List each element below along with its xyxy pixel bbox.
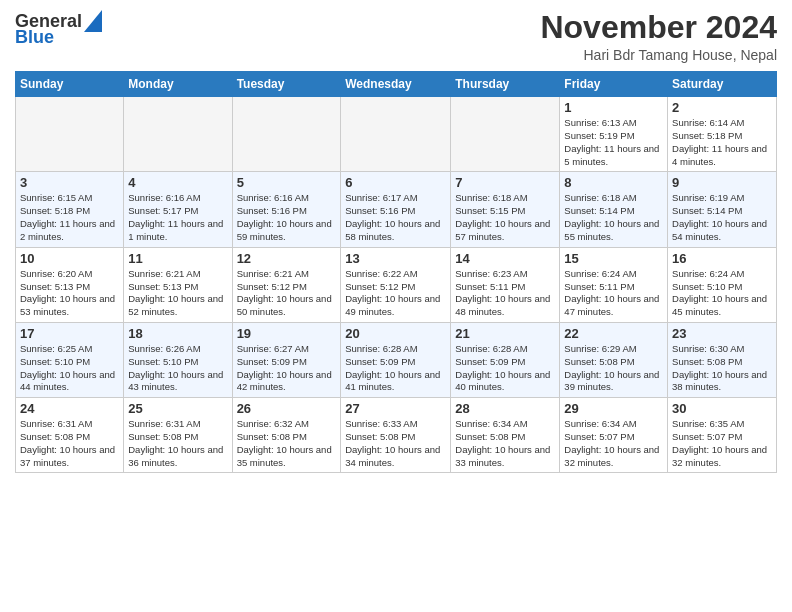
day-number: 13: [345, 251, 446, 266]
weekday-header-wednesday: Wednesday: [341, 72, 451, 97]
calendar-table: SundayMondayTuesdayWednesdayThursdayFrid…: [15, 71, 777, 473]
calendar-cell: [124, 97, 232, 172]
day-number: 21: [455, 326, 555, 341]
calendar-cell: 3Sunrise: 6:15 AMSunset: 5:18 PMDaylight…: [16, 172, 124, 247]
day-number: 1: [564, 100, 663, 115]
location-subtitle: Hari Bdr Tamang House, Nepal: [540, 47, 777, 63]
day-number: 28: [455, 401, 555, 416]
calendar-cell: 23Sunrise: 6:30 AMSunset: 5:08 PMDayligh…: [668, 322, 777, 397]
logo-triangle-icon: [84, 10, 102, 32]
day-info: Sunrise: 6:33 AMSunset: 5:08 PMDaylight:…: [345, 418, 446, 469]
day-info: Sunrise: 6:22 AMSunset: 5:12 PMDaylight:…: [345, 268, 446, 319]
day-info: Sunrise: 6:24 AMSunset: 5:10 PMDaylight:…: [672, 268, 772, 319]
day-info: Sunrise: 6:16 AMSunset: 5:16 PMDaylight:…: [237, 192, 337, 243]
day-info: Sunrise: 6:14 AMSunset: 5:18 PMDaylight:…: [672, 117, 772, 168]
day-info: Sunrise: 6:26 AMSunset: 5:10 PMDaylight:…: [128, 343, 227, 394]
calendar-cell: 30Sunrise: 6:35 AMSunset: 5:07 PMDayligh…: [668, 398, 777, 473]
day-info: Sunrise: 6:28 AMSunset: 5:09 PMDaylight:…: [345, 343, 446, 394]
calendar-cell: 2Sunrise: 6:14 AMSunset: 5:18 PMDaylight…: [668, 97, 777, 172]
calendar-cell: [451, 97, 560, 172]
calendar-cell: 5Sunrise: 6:16 AMSunset: 5:16 PMDaylight…: [232, 172, 341, 247]
calendar-cell: 21Sunrise: 6:28 AMSunset: 5:09 PMDayligh…: [451, 322, 560, 397]
weekday-header-tuesday: Tuesday: [232, 72, 341, 97]
svg-marker-0: [84, 10, 102, 32]
day-info: Sunrise: 6:34 AMSunset: 5:07 PMDaylight:…: [564, 418, 663, 469]
day-number: 10: [20, 251, 119, 266]
day-info: Sunrise: 6:30 AMSunset: 5:08 PMDaylight:…: [672, 343, 772, 394]
day-number: 26: [237, 401, 337, 416]
calendar-cell: 14Sunrise: 6:23 AMSunset: 5:11 PMDayligh…: [451, 247, 560, 322]
calendar-cell: 1Sunrise: 6:13 AMSunset: 5:19 PMDaylight…: [560, 97, 668, 172]
calendar-cell: 7Sunrise: 6:18 AMSunset: 5:15 PMDaylight…: [451, 172, 560, 247]
day-number: 14: [455, 251, 555, 266]
calendar-cell: 4Sunrise: 6:16 AMSunset: 5:17 PMDaylight…: [124, 172, 232, 247]
day-info: Sunrise: 6:24 AMSunset: 5:11 PMDaylight:…: [564, 268, 663, 319]
day-number: 9: [672, 175, 772, 190]
day-number: 30: [672, 401, 772, 416]
day-number: 15: [564, 251, 663, 266]
day-number: 17: [20, 326, 119, 341]
calendar-cell: [16, 97, 124, 172]
day-number: 4: [128, 175, 227, 190]
day-info: Sunrise: 6:20 AMSunset: 5:13 PMDaylight:…: [20, 268, 119, 319]
calendar-cell: 13Sunrise: 6:22 AMSunset: 5:12 PMDayligh…: [341, 247, 451, 322]
calendar-cell: 9Sunrise: 6:19 AMSunset: 5:14 PMDaylight…: [668, 172, 777, 247]
calendar-week-row: 10Sunrise: 6:20 AMSunset: 5:13 PMDayligh…: [16, 247, 777, 322]
calendar-cell: 15Sunrise: 6:24 AMSunset: 5:11 PMDayligh…: [560, 247, 668, 322]
day-number: 16: [672, 251, 772, 266]
day-number: 7: [455, 175, 555, 190]
day-info: Sunrise: 6:28 AMSunset: 5:09 PMDaylight:…: [455, 343, 555, 394]
calendar-cell: 29Sunrise: 6:34 AMSunset: 5:07 PMDayligh…: [560, 398, 668, 473]
weekday-header-monday: Monday: [124, 72, 232, 97]
calendar-cell: 17Sunrise: 6:25 AMSunset: 5:10 PMDayligh…: [16, 322, 124, 397]
day-info: Sunrise: 6:17 AMSunset: 5:16 PMDaylight:…: [345, 192, 446, 243]
day-info: Sunrise: 6:19 AMSunset: 5:14 PMDaylight:…: [672, 192, 772, 243]
calendar-cell: 25Sunrise: 6:31 AMSunset: 5:08 PMDayligh…: [124, 398, 232, 473]
day-info: Sunrise: 6:31 AMSunset: 5:08 PMDaylight:…: [128, 418, 227, 469]
weekday-header-saturday: Saturday: [668, 72, 777, 97]
calendar-cell: 8Sunrise: 6:18 AMSunset: 5:14 PMDaylight…: [560, 172, 668, 247]
calendar-week-row: 1Sunrise: 6:13 AMSunset: 5:19 PMDaylight…: [16, 97, 777, 172]
day-number: 3: [20, 175, 119, 190]
calendar-cell: 11Sunrise: 6:21 AMSunset: 5:13 PMDayligh…: [124, 247, 232, 322]
calendar-cell: 19Sunrise: 6:27 AMSunset: 5:09 PMDayligh…: [232, 322, 341, 397]
calendar-week-row: 17Sunrise: 6:25 AMSunset: 5:10 PMDayligh…: [16, 322, 777, 397]
day-number: 29: [564, 401, 663, 416]
day-number: 22: [564, 326, 663, 341]
header: General Blue November 2024 Hari Bdr Tama…: [15, 10, 777, 63]
calendar-cell: 26Sunrise: 6:32 AMSunset: 5:08 PMDayligh…: [232, 398, 341, 473]
page: General Blue November 2024 Hari Bdr Tama…: [0, 0, 792, 483]
day-info: Sunrise: 6:29 AMSunset: 5:08 PMDaylight:…: [564, 343, 663, 394]
day-info: Sunrise: 6:31 AMSunset: 5:08 PMDaylight:…: [20, 418, 119, 469]
day-info: Sunrise: 6:18 AMSunset: 5:15 PMDaylight:…: [455, 192, 555, 243]
day-number: 2: [672, 100, 772, 115]
day-number: 24: [20, 401, 119, 416]
calendar-cell: 6Sunrise: 6:17 AMSunset: 5:16 PMDaylight…: [341, 172, 451, 247]
day-info: Sunrise: 6:13 AMSunset: 5:19 PMDaylight:…: [564, 117, 663, 168]
day-number: 12: [237, 251, 337, 266]
logo: General Blue: [15, 10, 102, 47]
day-number: 27: [345, 401, 446, 416]
calendar-cell: 20Sunrise: 6:28 AMSunset: 5:09 PMDayligh…: [341, 322, 451, 397]
day-number: 25: [128, 401, 227, 416]
calendar-cell: 22Sunrise: 6:29 AMSunset: 5:08 PMDayligh…: [560, 322, 668, 397]
day-number: 19: [237, 326, 337, 341]
day-info: Sunrise: 6:21 AMSunset: 5:13 PMDaylight:…: [128, 268, 227, 319]
day-info: Sunrise: 6:32 AMSunset: 5:08 PMDaylight:…: [237, 418, 337, 469]
day-info: Sunrise: 6:23 AMSunset: 5:11 PMDaylight:…: [455, 268, 555, 319]
month-title: November 2024: [540, 10, 777, 45]
day-number: 18: [128, 326, 227, 341]
day-number: 20: [345, 326, 446, 341]
day-info: Sunrise: 6:25 AMSunset: 5:10 PMDaylight:…: [20, 343, 119, 394]
day-info: Sunrise: 6:21 AMSunset: 5:12 PMDaylight:…: [237, 268, 337, 319]
day-info: Sunrise: 6:15 AMSunset: 5:18 PMDaylight:…: [20, 192, 119, 243]
calendar-cell: 27Sunrise: 6:33 AMSunset: 5:08 PMDayligh…: [341, 398, 451, 473]
day-number: 6: [345, 175, 446, 190]
day-number: 23: [672, 326, 772, 341]
calendar-cell: 10Sunrise: 6:20 AMSunset: 5:13 PMDayligh…: [16, 247, 124, 322]
calendar-header-row: SundayMondayTuesdayWednesdayThursdayFrid…: [16, 72, 777, 97]
calendar-week-row: 24Sunrise: 6:31 AMSunset: 5:08 PMDayligh…: [16, 398, 777, 473]
day-info: Sunrise: 6:16 AMSunset: 5:17 PMDaylight:…: [128, 192, 227, 243]
calendar-cell: 24Sunrise: 6:31 AMSunset: 5:08 PMDayligh…: [16, 398, 124, 473]
day-info: Sunrise: 6:34 AMSunset: 5:08 PMDaylight:…: [455, 418, 555, 469]
